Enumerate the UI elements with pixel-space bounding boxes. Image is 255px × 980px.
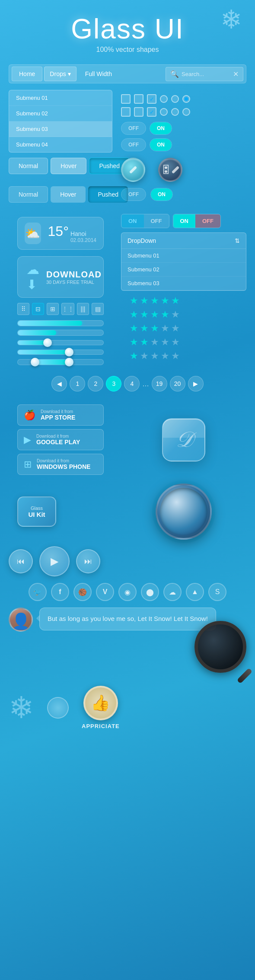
toggle-on-2[interactable]: ON bbox=[150, 138, 172, 151]
star-1-2[interactable]: ★ bbox=[140, 350, 149, 362]
page-3[interactable]: 3 bbox=[106, 376, 121, 391]
toggle-off-2[interactable]: OFF bbox=[121, 138, 146, 151]
checkbox-2-2[interactable] bbox=[134, 107, 143, 117]
fastforward-button[interactable]: ⏭ bbox=[76, 549, 100, 573]
page-4[interactable]: 4 bbox=[124, 376, 140, 391]
googleplay-button[interactable]: ▶ Download it from GOOGLE PLAY bbox=[17, 429, 104, 450]
dropdown-item-2[interactable]: Submenu 02 bbox=[9, 106, 112, 121]
slider-double-thumb-left[interactable] bbox=[31, 358, 39, 366]
slider-double[interactable] bbox=[17, 359, 104, 365]
social-facebook[interactable]: f bbox=[51, 583, 69, 601]
slider-2[interactable] bbox=[17, 350, 104, 355]
star-3-5[interactable]: ★ bbox=[171, 323, 180, 334]
dropdown-item-1[interactable]: Submenu 01 bbox=[9, 90, 112, 106]
social-twitter[interactable]: 🐦 bbox=[29, 583, 47, 601]
star-2-1[interactable]: ★ bbox=[130, 337, 138, 348]
star-2-4[interactable]: ★ bbox=[161, 337, 169, 348]
checkbox-unchecked-1[interactable] bbox=[121, 94, 131, 104]
toggle-off-1[interactable]: OFF bbox=[121, 122, 146, 135]
page-next[interactable]: ▶ bbox=[188, 376, 204, 391]
page-19[interactable]: 19 bbox=[152, 376, 167, 391]
slider-thumb-1[interactable] bbox=[43, 338, 52, 347]
dropdown-select-header[interactable]: DropDown ⇅ bbox=[121, 233, 246, 249]
star-3-1[interactable]: ★ bbox=[130, 323, 138, 334]
social-vimeo[interactable]: V bbox=[96, 583, 114, 601]
clear-icon[interactable]: ✕ bbox=[233, 70, 239, 78]
toggle-on-1[interactable]: ON bbox=[150, 122, 172, 135]
star-3-3[interactable]: ★ bbox=[150, 323, 159, 334]
star-4-3[interactable]: ★ bbox=[150, 309, 159, 320]
star-5-4[interactable]: ★ bbox=[161, 295, 169, 306]
off-btn-2[interactable]: OFF bbox=[195, 214, 220, 228]
dropdown-select-item-1[interactable]: Submenu 01 bbox=[121, 249, 246, 263]
star-2-3[interactable]: ★ bbox=[150, 337, 159, 348]
toggle-on-row2[interactable]: ON bbox=[150, 188, 173, 201]
toggle-knob-2[interactable]: 🎛 bbox=[158, 158, 182, 182]
appstore-button[interactable]: 🍎 Download it from APP STORE bbox=[17, 404, 104, 426]
checkbox-checked[interactable]: ✓ bbox=[147, 94, 156, 104]
star-5-5[interactable]: ★ bbox=[171, 295, 180, 306]
slider-double-thumb-right[interactable] bbox=[65, 358, 73, 366]
btn-normal-2[interactable]: Normal bbox=[9, 186, 48, 203]
star-3-2[interactable]: ★ bbox=[140, 323, 149, 334]
nav-drops[interactable]: Drops ▾ bbox=[44, 67, 76, 81]
radio-2-1[interactable] bbox=[160, 108, 168, 116]
slider-1[interactable] bbox=[17, 340, 104, 345]
star-5-1[interactable]: ★ bbox=[130, 295, 138, 306]
radio-2-2[interactable] bbox=[171, 108, 179, 116]
toggle-knob-1[interactable] bbox=[121, 158, 145, 182]
star-1-5[interactable]: ★ bbox=[171, 350, 180, 362]
btn-hover-2[interactable]: Hover bbox=[51, 186, 86, 203]
volume-knob[interactable] bbox=[156, 484, 212, 540]
dropdown-item-4[interactable]: Submenu 04 bbox=[9, 137, 112, 152]
checkbox-unchecked-2[interactable] bbox=[134, 94, 143, 104]
star-1-1[interactable]: ★ bbox=[130, 350, 138, 362]
icon-grid-btn-3[interactable]: ⊞ bbox=[47, 303, 59, 315]
off-btn-1[interactable]: OFF bbox=[144, 214, 169, 228]
social-rss[interactable]: ◉ bbox=[118, 583, 137, 601]
star-5-3[interactable]: ★ bbox=[150, 295, 159, 306]
star-3-4[interactable]: ★ bbox=[161, 323, 169, 334]
windows-button[interactable]: ⊞ Download it from WINDOWS PHONE bbox=[17, 454, 104, 475]
btn-hover-1[interactable]: Hover bbox=[51, 158, 86, 174]
page-20[interactable]: 20 bbox=[170, 376, 185, 391]
star-4-4[interactable]: ★ bbox=[161, 309, 169, 320]
social-soundcloud[interactable]: ☁ bbox=[163, 583, 182, 601]
checkbox-2-checked[interactable]: ✓ bbox=[147, 107, 156, 117]
social-flickr[interactable]: ⬤ bbox=[141, 583, 159, 601]
icon-grid-btn-4[interactable]: ⋮⋮ bbox=[61, 303, 74, 315]
page-1[interactable]: 1 bbox=[70, 376, 85, 391]
social-skype[interactable]: S bbox=[208, 583, 226, 601]
nav-fullwidth[interactable]: Full Width bbox=[78, 67, 119, 81]
on-btn-2[interactable]: ON bbox=[173, 214, 196, 228]
social-disqus[interactable]: ▲ bbox=[186, 583, 204, 601]
btn-normal-1[interactable]: Normal bbox=[9, 158, 48, 174]
star-4-2[interactable]: ★ bbox=[140, 309, 149, 320]
radio-2-3[interactable] bbox=[182, 108, 190, 116]
star-1-3[interactable]: ★ bbox=[150, 350, 159, 362]
star-1-4[interactable]: ★ bbox=[161, 350, 169, 362]
star-2-5[interactable]: ★ bbox=[171, 337, 180, 348]
toggle-off-row2[interactable]: OFF bbox=[121, 188, 146, 201]
slider-thumb-2[interactable] bbox=[65, 348, 73, 356]
page-prev[interactable]: ◀ bbox=[51, 376, 67, 391]
dropdown-select-item-3[interactable]: Submenu 03 bbox=[121, 277, 246, 290]
page-2[interactable]: 2 bbox=[88, 376, 103, 391]
checkbox-2-1[interactable] bbox=[121, 107, 131, 117]
rewind-button[interactable]: ⏮ bbox=[9, 549, 33, 573]
icon-grid-btn-5[interactable]: ||| bbox=[77, 303, 89, 315]
star-4-5[interactable]: ★ bbox=[171, 309, 180, 320]
star-2-2[interactable]: ★ bbox=[140, 337, 149, 348]
glass-uikit-button[interactable]: Glass UI Kit bbox=[17, 496, 56, 527]
dropdown-item-3[interactable]: Submenu 03 bbox=[9, 121, 112, 137]
play-button[interactable]: ▶ bbox=[39, 546, 70, 576]
radio-1[interactable] bbox=[160, 95, 168, 103]
on-btn-1[interactable]: ON bbox=[121, 214, 144, 228]
icon-grid-btn-2[interactable]: ⊟ bbox=[32, 303, 44, 315]
dropdown-select-item-2[interactable]: Submenu 02 bbox=[121, 263, 246, 277]
nav-home[interactable]: Home bbox=[12, 67, 42, 81]
download-button[interactable]: ☁⬇ DOWNLOAD 30 DAYS FREE TRIAL bbox=[17, 256, 104, 298]
star-5-2[interactable]: ★ bbox=[140, 295, 149, 306]
star-4-1[interactable]: ★ bbox=[130, 309, 138, 320]
radio-2[interactable] bbox=[171, 95, 179, 103]
